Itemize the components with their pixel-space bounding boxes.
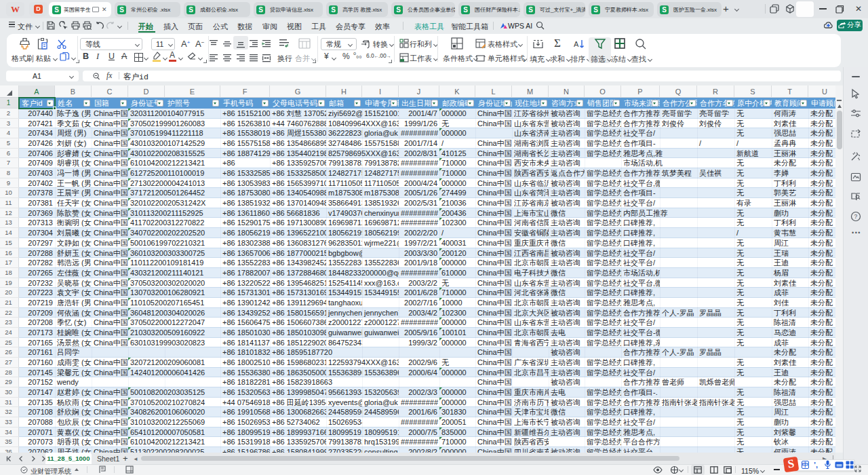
svg-text:?: ?: [854, 213, 858, 220]
svg-text:A: A: [574, 40, 579, 48]
